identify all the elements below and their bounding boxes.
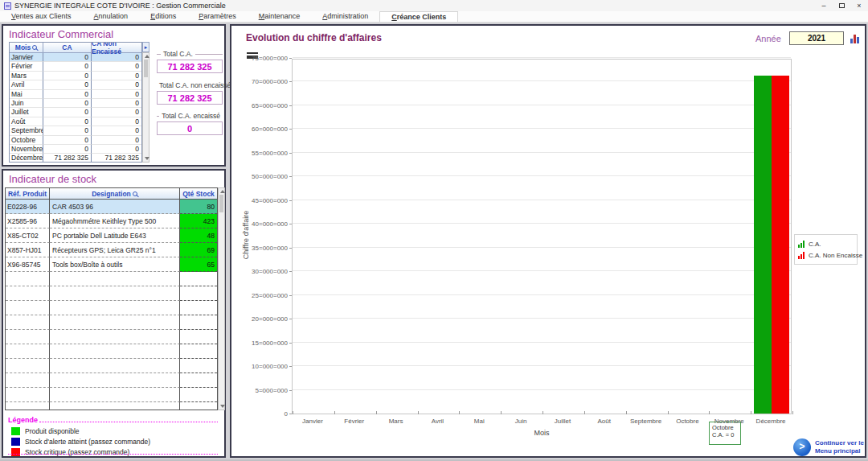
x-tick-mark [542,411,543,414]
stock-row-empty [6,315,217,330]
scroll-down-icon[interactable] [145,157,149,160]
x-tick-mark [501,411,502,414]
column-header-ref-produit[interactable]: Réf. Produit [6,188,50,199]
gridline [293,389,791,390]
column-header-mois[interactable]: Mois [10,43,43,52]
total-ca-encaisse-label: Total C.A. encaissé [157,112,223,120]
legend-item-stock-d-alerte-atteint-passez-commande: Stock d'alerte atteint (passez commande) [11,436,150,447]
content-area: Indicateur Commercial Mois CA CA Non Enc… [0,23,868,461]
commercial-row-juillet[interactable]: Juillet00 [10,108,141,117]
commercial-row-aout[interactable]: Août00 [10,117,141,126]
total-ca-encaisse-value: 0 [157,121,223,135]
bar-c-a-non-encaisse-decembre[interactable] [772,76,789,414]
stock-row-x96-85745[interactable]: X96-85745Tools box/Boîte à outils65 [6,257,217,272]
commercial-row-juin[interactable]: Juin00 [10,99,141,108]
commercial-panel: Indicateur Commercial Mois CA CA Non Enc… [2,24,226,167]
bar-glyph [850,39,853,43]
commercial-table-scrollbar[interactable] [142,52,149,163]
arrow-right-icon[interactable]: > [793,438,811,456]
y-tick-label: 35=000=000 [252,245,288,252]
stock-row-e0228-96[interactable]: E0228-96CAR 4503 9680 [6,200,217,214]
total-ca-non-encaisse-value: 71 282 325 [157,91,223,105]
scroll-up-icon[interactable] [220,190,225,193]
column-header-ref-label: Réf. Produit [8,190,47,198]
maximize-icon [839,3,845,8]
stock-row-empty [6,359,217,373]
menu-item-creance-clients[interactable]: Créance Clients [379,11,458,22]
scroll-down-icon[interactable] [220,405,225,408]
chart-legend-label: C.A. Non Encaisse [809,252,862,259]
x-tick-label-avril: Avril [417,418,459,425]
y-tick-label: 10=000=000 [252,363,288,370]
minimize-button[interactable]: – [815,0,833,11]
y-tick-label: 25=000=000 [252,292,288,299]
menu-item-maintenance[interactable]: Maintenance [248,11,312,22]
menu-item-editions[interactable]: Editions [139,11,187,22]
column-header-ca[interactable]: CA [43,43,92,52]
app-icon [4,2,11,10]
stock-row-x857-hj01[interactable]: X857-HJ01Récepteurs GPS; Leica GR25 n°16… [6,243,217,257]
scroll-up-icon[interactable] [145,55,149,58]
gridline [293,223,791,224]
menu-item-administration[interactable]: Administration [311,11,379,22]
column-header-qte-stock[interactable]: Qté Stock [180,188,217,199]
stock-row-empty [6,388,217,402]
y-tick-label: 45=000=000 [252,197,288,204]
x-tick-label-mai: Mai [458,418,500,425]
scrollbar-thumb[interactable] [144,60,148,77]
stock-row-empty [6,402,217,410]
stock-row-empty [6,373,217,388]
gridline [293,57,791,58]
continue-menu-button[interactable]: > Continuer ver le Menu principal [793,438,864,456]
stock-row-x2585-96[interactable]: X2585-96Mégaohmmétre Keithley Type 50042… [6,214,217,228]
x-tick-label-fevrier: Février [334,418,375,425]
stock-row-empty [6,286,217,301]
column-header-ca-non-encaisse[interactable]: CA Non Encaissé [92,43,141,52]
column-header-mois-label: Mois [15,43,31,51]
commercial-row-novembre[interactable]: Novembre00 [10,145,141,154]
menu-item-ventes-aux-clients[interactable]: Ventes aux Clients [0,11,83,22]
stock-panel: Indicateur de stock Réf. Produit Designa… [2,169,226,458]
gridline [293,270,791,271]
y-tick-label: 15=000=000 [252,340,288,347]
scrollbar-thumb[interactable] [219,195,223,212]
year-label: Année [755,34,781,43]
commercial-row-decembre[interactable]: Décembre71 282 32571 282 325 [10,154,141,163]
continue-button-label: Continuer ver le Menu principal [815,439,864,455]
commercial-row-septembre[interactable]: Septembre00 [10,126,141,135]
series-bars-icon [798,241,805,248]
x-tick-label-novembre: Novembre [708,418,750,425]
commercial-row-avril[interactable]: Avril00 [10,80,141,89]
column-header-qte-label: Qté Stock [182,190,215,198]
menu-item-parametres[interactable]: Paramètres [187,11,248,22]
commercial-row-janvier[interactable]: Janvier00 [10,53,141,62]
y-tick-label: 75=000=000 [252,55,288,62]
stock-table: Réf. Produit Designation Qté Stock E0228… [5,187,218,410]
stock-table-scrollbar[interactable] [218,187,225,410]
chart-type-icon[interactable] [850,33,862,43]
search-icon[interactable] [32,45,37,50]
legend-label: Produit disponible [25,427,80,435]
commercial-row-mai[interactable]: Mai00 [10,90,141,99]
y-tick-label: 65=000=000 [252,102,288,109]
column-options-button[interactable]: ▸ [142,42,149,52]
x-tick-label-octobre: Octobre [667,418,709,425]
commercial-row-fevrier[interactable]: Février00 [10,62,141,71]
close-button[interactable]: × [850,0,868,11]
x-tick-mark [418,411,419,414]
continue-line2: Menu principal [815,447,864,455]
commercial-row-octobre[interactable]: Octobre00 [10,136,141,145]
bar-c-a-decembre[interactable] [754,76,772,414]
x-tick-label-juillet: Juillet [542,418,583,425]
stock-row-x85-ct02[interactable]: X85-CT02PC portable Dell Latitude E64348 [6,228,217,243]
commercial-row-mars[interactable]: Mars00 [10,72,141,80]
search-icon[interactable] [133,191,137,196]
x-tick-label-juin: Juin [500,418,542,425]
menu-item-annulation[interactable]: Annulation [83,11,140,22]
column-header-designation[interactable]: Designation [50,188,180,199]
x-tick-mark [376,411,377,414]
y-tick-label: 50=000=000 [252,173,288,180]
year-input[interactable] [789,31,844,45]
y-tick-label: 60=000=000 [252,126,288,133]
maximize-button[interactable] [833,0,850,11]
